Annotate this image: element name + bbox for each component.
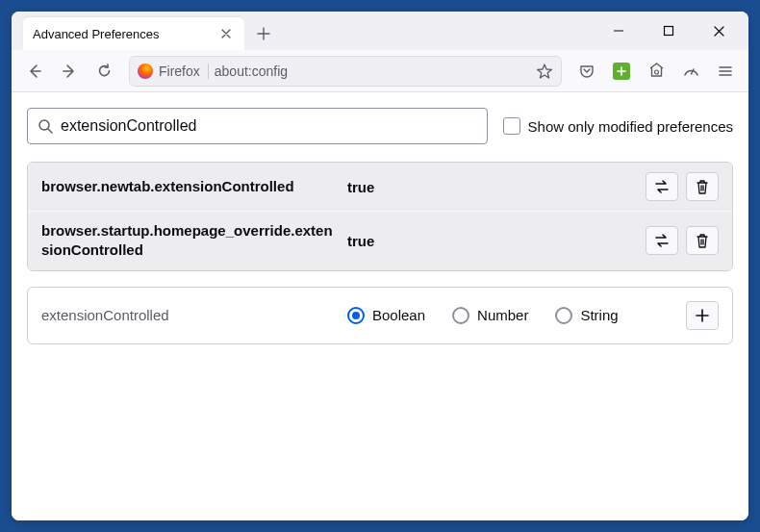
- firefox-window: Advanced Preferences: [12, 12, 748, 520]
- overflow-button[interactable]: [675, 56, 706, 87]
- close-window-button[interactable]: [704, 16, 733, 45]
- account-icon: [647, 62, 666, 80]
- pocket-button[interactable]: [571, 56, 602, 87]
- identity-box[interactable]: Firefox: [138, 63, 209, 79]
- extension-icon: [613, 63, 630, 80]
- delete-button[interactable]: [686, 172, 719, 201]
- svg-point-1: [654, 70, 658, 74]
- menu-button[interactable]: [710, 56, 741, 87]
- pref-name: browser.startup.homepage_override.extens…: [41, 221, 340, 261]
- search-box[interactable]: [27, 108, 488, 144]
- about-config-content: Show only modified preferences browser.n…: [12, 92, 748, 520]
- new-pref-name: extensionControlled: [41, 307, 340, 323]
- gauge-icon: [682, 62, 700, 80]
- radio-icon: [555, 307, 572, 324]
- delete-button[interactable]: [686, 226, 719, 255]
- star-icon: [536, 63, 553, 80]
- tab-bar: Advanced Preferences: [12, 12, 748, 50]
- pocket-icon: [578, 63, 595, 80]
- minimize-icon: [613, 25, 624, 37]
- forward-button[interactable]: [54, 56, 85, 87]
- trash-icon: [696, 233, 709, 248]
- pref-row[interactable]: browser.startup.homepage_override.extens…: [28, 211, 732, 270]
- maximize-icon: [663, 25, 674, 37]
- close-icon: [713, 25, 725, 38]
- pref-row[interactable]: browser.newtab.extensionControlled true: [28, 163, 732, 211]
- pref-table: browser.newtab.extensionControlled true …: [27, 162, 733, 271]
- account-button[interactable]: [641, 56, 671, 87]
- add-button[interactable]: [686, 301, 719, 330]
- type-radio-group: Boolean Number String: [347, 307, 678, 324]
- toggle-button[interactable]: [646, 172, 678, 201]
- plus-icon: [696, 309, 709, 322]
- checkbox-icon: [503, 117, 520, 135]
- svg-rect-0: [665, 27, 673, 36]
- hamburger-icon: [718, 63, 733, 79]
- radio-label: Boolean: [372, 307, 425, 323]
- radio-string[interactable]: String: [555, 307, 618, 324]
- tab-title: Advanced Preferences: [33, 27, 217, 41]
- reload-button[interactable]: [89, 56, 119, 87]
- close-tab-button[interactable]: [217, 25, 235, 42]
- firefox-logo-icon: [138, 63, 153, 79]
- radio-icon: [452, 307, 469, 324]
- new-pref-row: extensionControlled Boolean Number Strin…: [28, 288, 732, 343]
- tab-advanced-preferences[interactable]: Advanced Preferences: [23, 17, 244, 50]
- radio-label: Number: [477, 307, 528, 323]
- toggle-button[interactable]: [646, 226, 678, 255]
- show-modified-checkbox[interactable]: Show only modified preferences: [503, 117, 733, 135]
- url-bar[interactable]: Firefox: [129, 56, 562, 87]
- search-input[interactable]: [61, 117, 477, 135]
- arrow-left-icon: [26, 63, 43, 80]
- trash-icon: [696, 179, 709, 194]
- search-row: Show only modified preferences: [27, 108, 733, 144]
- plus-icon: [257, 27, 270, 40]
- close-icon: [220, 28, 232, 39]
- identity-label: Firefox: [159, 63, 200, 79]
- maximize-button[interactable]: [654, 16, 683, 45]
- toggle-icon: [653, 234, 671, 247]
- new-tab-button[interactable]: [250, 20, 277, 47]
- toggle-icon: [653, 180, 671, 193]
- pref-value: true: [347, 233, 638, 249]
- extension-button[interactable]: [606, 56, 637, 87]
- pref-name: browser.newtab.extensionControlled: [41, 177, 340, 196]
- arrow-right-icon: [61, 63, 78, 80]
- radio-label: String: [580, 307, 618, 323]
- radio-number[interactable]: Number: [452, 307, 528, 324]
- new-pref-table: extensionControlled Boolean Number Strin…: [27, 287, 733, 344]
- window-controls: [604, 12, 745, 50]
- pref-value: true: [347, 179, 638, 195]
- minimize-button[interactable]: [604, 16, 633, 45]
- reload-icon: [96, 63, 113, 79]
- bookmark-star-button[interactable]: [536, 63, 553, 80]
- navigation-toolbar: Firefox: [12, 50, 748, 92]
- radio-icon: [347, 307, 365, 324]
- back-button[interactable]: [19, 56, 50, 87]
- radio-boolean[interactable]: Boolean: [347, 307, 425, 324]
- search-icon: [38, 118, 53, 134]
- checkbox-label: Show only modified preferences: [528, 118, 733, 135]
- url-input[interactable]: [215, 63, 530, 79]
